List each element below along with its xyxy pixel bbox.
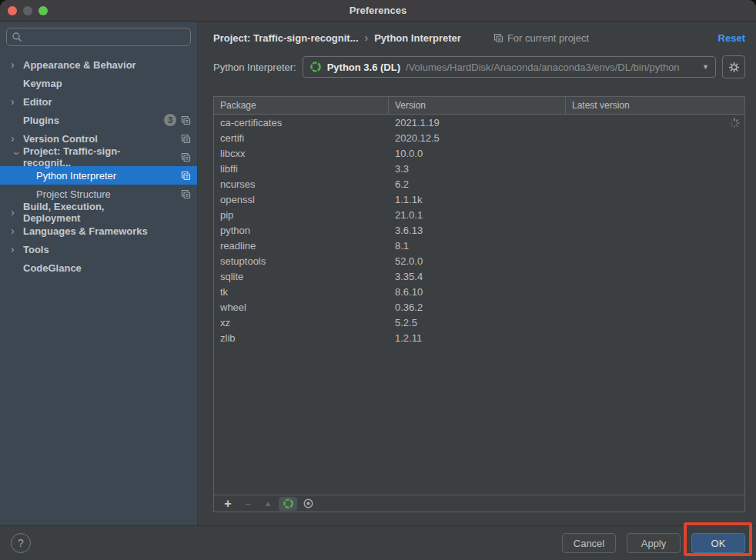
chevron-right-icon: › [11, 59, 23, 70]
ok-button[interactable]: OK [691, 533, 745, 553]
table-row[interactable]: wheel 0.36.2 [214, 299, 744, 315]
chevron-right-icon: › [11, 207, 23, 218]
per-project-settings-icon [181, 152, 191, 162]
sidebar-item-label: CodeGlance [23, 262, 82, 274]
package-table-body: ca-certificates 2021.1.19 certifi 2020.1… [214, 115, 744, 495]
dropdown-arrow-icon[interactable]: ▼ [702, 63, 709, 71]
remove-package-button: − [239, 497, 257, 511]
show-early-releases-toggle[interactable] [299, 497, 317, 511]
table-row[interactable]: sqlite 3.35.4 [214, 268, 744, 284]
sidebar-item[interactable]: › Project: Traffic-sign-recognit... [0, 148, 197, 166]
package-version-cell: 8.6.10 [389, 286, 566, 298]
loading-spinner-icon [728, 117, 741, 132]
sidebar-item-label: Project Structure [36, 188, 111, 200]
sidebar-item[interactable]: › Tools [0, 240, 197, 258]
per-project-settings-icon [181, 171, 191, 181]
interpreter-settings-button[interactable] [722, 55, 745, 78]
sidebar-item-label: Appearance & Behavior [23, 59, 136, 71]
interpreter-select[interactable]: Python 3.6 (DL) /Volumes/HardDisk/Anacon… [303, 56, 716, 78]
per-project-settings-icon [181, 115, 191, 125]
table-row[interactable]: setuptools 52.0.0 [214, 253, 744, 268]
minimize-window-button [23, 6, 32, 15]
sidebar-item[interactable]: › Languages & Frameworks [0, 222, 197, 240]
for-current-project-icon [493, 33, 503, 43]
cancel-button[interactable]: Cancel [562, 533, 616, 553]
package-name-cell: xz [214, 317, 389, 328]
package-version-cell: 2021.1.19 [389, 117, 566, 128]
sidebar-item-label: Build, Execution, Deployment [23, 201, 164, 224]
apply-button[interactable]: Apply [627, 533, 681, 553]
table-row[interactable]: ncurses 6.2 [214, 176, 744, 192]
sidebar-item[interactable]: › Python Interpreter [0, 166, 197, 185]
package-version-cell: 21.0.1 [389, 209, 566, 221]
chevron-right-icon: › [11, 133, 23, 144]
dialog-footer: ? Cancel Apply OK [0, 525, 756, 560]
chevron-right-icon: › [12, 152, 22, 164]
table-row[interactable]: xz 5.2.5 [214, 315, 744, 330]
table-row[interactable]: readline 8.1 [214, 238, 744, 253]
package-table: Package Version Latest version [213, 96, 745, 512]
package-name-cell: pip [214, 209, 389, 221]
table-row[interactable]: openssl 1.1.1k [214, 192, 744, 207]
package-name-cell: ca-certificates [214, 117, 389, 128]
package-name-cell: zlib [214, 332, 389, 344]
sidebar-item[interactable]: › Keymap [0, 74, 197, 92]
per-project-settings-icon [181, 134, 191, 144]
table-row[interactable]: pip 21.0.1 [214, 207, 744, 222]
column-header-latest-version[interactable]: Latest version [566, 97, 744, 114]
sidebar-item-label: Keymap [23, 78, 62, 89]
package-version-cell: 3.35.4 [389, 271, 566, 282]
breadcrumb: Project: Traffic-sign-recognit... › Pyth… [213, 28, 745, 48]
settings-search-box[interactable] [6, 28, 191, 46]
upgrade-package-button: ▲ [259, 497, 277, 511]
table-row[interactable]: certifi 2020.12.5 [214, 130, 744, 145]
sidebar-item[interactable]: › Plugins 3 [0, 111, 197, 129]
package-table-header: Package Version Latest version [214, 97, 744, 115]
sidebar-item[interactable]: › Appearance & Behavior [0, 55, 197, 74]
column-header-version[interactable]: Version [389, 97, 566, 114]
package-version-cell: 1.2.11 [389, 332, 566, 344]
close-window-button[interactable] [8, 6, 17, 15]
sidebar-item-label: Project: Traffic-sign-recognit... [23, 145, 164, 168]
package-version-cell: 52.0.0 [389, 255, 566, 267]
package-version-cell: 10.0.0 [389, 148, 566, 159]
settings-tree: › Appearance & Behavior [0, 55, 197, 277]
package-name-cell: ncurses [214, 178, 389, 190]
package-name-cell: readline [214, 240, 389, 252]
zoom-window-button[interactable] [38, 6, 48, 15]
conda-mode-toggle[interactable] [279, 497, 297, 511]
package-version-cell: 8.1 [389, 240, 566, 252]
search-icon [12, 32, 22, 42]
sidebar-item[interactable]: › Editor [0, 92, 197, 111]
sidebar-item-label: Version Control [23, 133, 98, 145]
table-row[interactable]: libcxx 10.0.0 [214, 145, 744, 161]
title-bar: Preferences [0, 0, 756, 22]
chevron-right-icon: › [11, 225, 23, 236]
settings-sidebar: › Appearance & Behavior [0, 22, 198, 525]
table-row[interactable]: ca-certificates 2021.1.19 [214, 115, 744, 130]
package-name-cell: python [214, 225, 389, 236]
table-row[interactable]: libffi 3.3 [214, 161, 744, 176]
add-package-button[interactable]: + [219, 497, 237, 511]
sidebar-item-label: Tools [23, 244, 49, 255]
reset-link[interactable]: Reset [718, 32, 745, 44]
breadcrumb-project[interactable]: Project: Traffic-sign-recognit... [213, 32, 359, 44]
help-button[interactable]: ? [11, 533, 31, 553]
package-name-cell: libcxx [214, 148, 389, 159]
scope-label: For current project [507, 32, 589, 44]
preferences-dialog: Preferences › Appearance & Behavior [0, 0, 756, 560]
interpreter-name: Python 3.6 (DL) [327, 62, 400, 73]
package-version-cell: 3.3 [389, 163, 566, 175]
sidebar-item[interactable]: › Build, Execution, Deployment [0, 203, 197, 222]
search-input[interactable] [26, 31, 186, 44]
main-panel: Project: Traffic-sign-recognit... › Pyth… [198, 22, 756, 525]
column-header-package[interactable]: Package [214, 97, 389, 114]
package-version-cell: 3.6.13 [389, 225, 566, 236]
sidebar-item-label: Python Interpreter [36, 170, 116, 182]
table-row[interactable]: zlib 1.2.11 [214, 330, 744, 345]
sidebar-item[interactable]: › CodeGlance [0, 258, 197, 277]
table-row[interactable]: tk 8.6.10 [214, 284, 744, 299]
package-name-cell: tk [214, 286, 389, 298]
package-name-cell: wheel [214, 302, 389, 313]
table-row[interactable]: python 3.6.13 [214, 222, 744, 238]
